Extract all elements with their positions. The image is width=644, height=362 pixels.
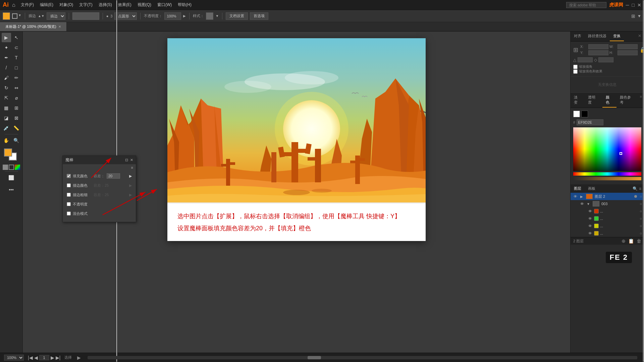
eyedropper-tool[interactable]: 💉 bbox=[2, 123, 11, 133]
layer2-expand-btn[interactable]: ▶ bbox=[579, 194, 584, 199]
opacity-arrow[interactable]: ▶ bbox=[183, 14, 186, 18]
menu-help[interactable]: 帮助(H) bbox=[175, 1, 194, 8]
magic-panel-pin-btn[interactable]: ⊡ bbox=[125, 158, 128, 162]
menu-object[interactable]: 对象(O) bbox=[57, 1, 76, 8]
brush-mode-select[interactable]: 插边 bbox=[47, 12, 65, 20]
item4-lock-btn[interactable]: ○ bbox=[640, 231, 642, 235]
color-alpha-bar[interactable] bbox=[573, 177, 641, 180]
opacity-checkbox[interactable] bbox=[67, 202, 71, 206]
layer-menu-icon[interactable]: ≡ bbox=[639, 186, 641, 191]
menu-text[interactable]: 文字(T) bbox=[76, 1, 95, 8]
pathfinder-tab[interactable]: 路径查找器 bbox=[585, 32, 610, 41]
mesh-tool[interactable]: ⊠ bbox=[12, 113, 21, 123]
direct-select-tool[interactable]: ↖ bbox=[12, 33, 21, 42]
menu-edit[interactable]: 编辑(E) bbox=[37, 1, 56, 8]
layer-make-clip-btn[interactable]: ⊕ bbox=[622, 238, 626, 244]
shear-input[interactable] bbox=[598, 57, 613, 62]
window-close-btn[interactable]: ✕ bbox=[637, 2, 641, 8]
toolbar-arrow-icon[interactable]: ▼ bbox=[637, 14, 641, 18]
gradient-tab[interactable]: 淡变 bbox=[571, 93, 585, 108]
horizontal-scrollbar[interactable] bbox=[88, 356, 637, 359]
magic-wand-tool[interactable]: ✦ bbox=[2, 43, 11, 52]
stroke-color-expand-btn[interactable]: ▶ bbox=[129, 183, 132, 188]
chart-tool[interactable]: ▦ bbox=[2, 103, 11, 113]
search-input[interactable] bbox=[566, 2, 606, 8]
layer-row-003[interactable]: 👁 ▼ 003 ○ bbox=[577, 200, 644, 207]
pen-tool[interactable]: ✒ bbox=[2, 53, 11, 62]
tool-mode-arrow[interactable]: ▲▼ bbox=[38, 14, 45, 18]
magic-panel-titlebar[interactable]: 魔棒 ⊡ ✕ bbox=[63, 156, 136, 164]
w-input[interactable] bbox=[618, 44, 638, 49]
hand-tool[interactable]: ✋ bbox=[2, 136, 11, 145]
magic-panel-close-btn[interactable]: ✕ bbox=[130, 158, 133, 162]
scale-tool[interactable]: ⇱ bbox=[2, 93, 11, 103]
layer003-expand-btn[interactable]: ▼ bbox=[586, 201, 591, 206]
fill-stroke-toggle[interactable] bbox=[3, 165, 8, 170]
menu-select[interactable]: 选择(S) bbox=[96, 1, 115, 8]
doc-settings-button[interactable]: 文档设置 bbox=[226, 12, 248, 20]
home-icon[interactable]: ⌂ bbox=[12, 2, 15, 8]
mirror-tool[interactable]: ⇔ bbox=[12, 83, 21, 93]
layer-row-item4[interactable]: 👁 ... ○ bbox=[577, 230, 644, 237]
item2-visibility-btn[interactable]: 👁 bbox=[587, 216, 593, 221]
play-btn[interactable]: ▶ bbox=[77, 355, 81, 360]
pencil-tool[interactable]: ✏ bbox=[12, 73, 21, 82]
zoom-select[interactable]: 100% 50% 200% bbox=[4, 355, 24, 361]
color-gradient-picker[interactable] bbox=[573, 127, 641, 171]
item3-lock-btn[interactable]: ○ bbox=[640, 224, 642, 228]
artboard-tab[interactable]: 画板 bbox=[585, 184, 599, 193]
text-tool[interactable]: T bbox=[12, 53, 21, 62]
white-swatch[interactable] bbox=[573, 111, 580, 117]
measure-tool[interactable]: 📏 bbox=[12, 123, 21, 133]
window-minimize-btn[interactable]: ─ bbox=[626, 2, 629, 8]
item1-visibility-btn[interactable]: 👁 bbox=[587, 208, 593, 214]
more-tools-btn[interactable]: ••• bbox=[7, 185, 16, 194]
black-swatch[interactable] bbox=[581, 111, 588, 117]
first-page-btn[interactable]: |◀ bbox=[28, 355, 33, 360]
x-input[interactable] bbox=[588, 44, 608, 49]
layer003-lock-btn[interactable]: ○ bbox=[640, 202, 642, 206]
stroke-color-checkbox[interactable] bbox=[67, 183, 71, 187]
shape-tool[interactable]: □ bbox=[12, 63, 21, 72]
shape-select[interactable]: 点圆形 bbox=[114, 12, 137, 20]
warp-tool[interactable]: ⌀ bbox=[12, 93, 21, 103]
blend-mode-checkbox[interactable] bbox=[67, 212, 71, 216]
gradient-tool[interactable]: ◪ bbox=[2, 113, 11, 123]
item1-lock-btn[interactable]: ○ bbox=[640, 209, 642, 213]
opacity-input[interactable] bbox=[164, 12, 181, 20]
color-mode-toggle[interactable] bbox=[15, 165, 20, 170]
prev-page-btn[interactable]: ◀ bbox=[34, 355, 38, 360]
last-page-btn[interactable]: ▶| bbox=[56, 355, 61, 360]
lasso-tool[interactable]: ⊂ bbox=[12, 43, 21, 52]
menu-effect[interactable]: 效果(E) bbox=[115, 1, 134, 8]
page-input[interactable] bbox=[39, 355, 49, 360]
layer2-lock-btn[interactable]: ○ bbox=[640, 194, 642, 198]
fill-expand-btn[interactable]: ▶ bbox=[129, 174, 132, 178]
paintbrush-tool[interactable]: 🖌 bbox=[2, 73, 11, 82]
layer-row-item3[interactable]: 👁 ... ○ bbox=[577, 222, 644, 230]
layer-row-layer2[interactable]: 👁 ▶ 图层 2 ○ bbox=[571, 193, 644, 200]
magic-panel-menu-btn[interactable]: ≡ bbox=[131, 166, 133, 170]
transform-tab[interactable]: 变换 bbox=[610, 32, 624, 41]
layer-search-icon[interactable]: 🔍 bbox=[633, 186, 638, 191]
transparency-tab[interactable]: 透明度 bbox=[585, 93, 602, 108]
line-tool[interactable]: / bbox=[2, 63, 11, 72]
menu-view[interactable]: 视图(Q) bbox=[135, 1, 154, 8]
fill-color-checkbox[interactable] bbox=[67, 174, 71, 178]
angle-input[interactable] bbox=[578, 57, 593, 62]
artboard-tool[interactable]: ⬜ bbox=[7, 173, 16, 182]
next-page-btn[interactable]: ▶ bbox=[51, 355, 54, 360]
hex-input[interactable] bbox=[577, 119, 603, 125]
arrange-icon[interactable]: ⊞ bbox=[631, 13, 635, 19]
item3-visibility-btn[interactable]: 👁 bbox=[587, 223, 593, 229]
scrollbar-thumb[interactable] bbox=[308, 356, 321, 359]
menu-window[interactable]: 窗口(W) bbox=[155, 1, 174, 8]
rotate-tool[interactable]: ↻ bbox=[2, 83, 11, 93]
active-document-tab[interactable]: 未标题-1* @ 100% (RGB/预览) ✕ bbox=[0, 22, 67, 31]
layer003-visibility-btn[interactable]: 👁 bbox=[579, 201, 585, 206]
layers-tab[interactable]: 图层 bbox=[571, 184, 585, 193]
style-arrow[interactable]: ▼ bbox=[215, 14, 219, 18]
zoom-tool[interactable]: 🔍 bbox=[12, 136, 21, 145]
stroke-width-expand-btn[interactable]: ▶ bbox=[129, 193, 132, 197]
stroke-width-checkbox[interactable] bbox=[67, 193, 71, 197]
